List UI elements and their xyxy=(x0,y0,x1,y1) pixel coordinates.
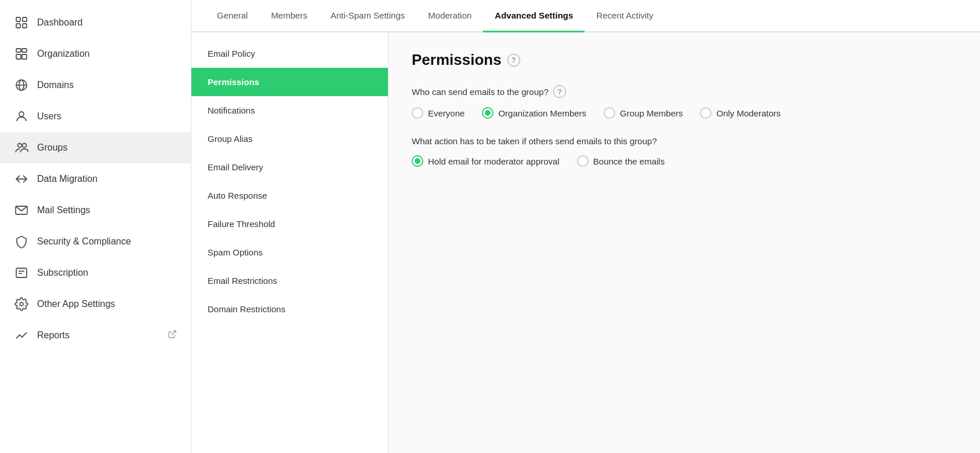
sidebar-label-other-app: Other App Settings xyxy=(37,299,177,309)
radio-label-hold-email: Hold email for moderator approval xyxy=(428,156,560,166)
svg-rect-2 xyxy=(16,24,20,28)
tab-anti-spam[interactable]: Anti-Spam Settings xyxy=(319,0,416,32)
sidebar-item-data-migration[interactable]: Data Migration xyxy=(0,163,191,195)
sidebar-item-security-compliance[interactable]: Security & Compliance xyxy=(0,226,191,257)
radio-label-everyone: Everyone xyxy=(428,108,464,118)
sidebar-label-subscription: Subscription xyxy=(37,268,177,278)
external-link-icon xyxy=(168,330,177,341)
sub-nav-email-delivery[interactable]: Email Delivery xyxy=(191,153,388,181)
radio-circle-everyone xyxy=(412,107,423,119)
sidebar-label-groups: Groups xyxy=(37,143,177,153)
radio-hold-email[interactable]: Hold email for moderator approval xyxy=(412,155,560,167)
sub-nav-domain-restrictions[interactable]: Domain Restrictions xyxy=(191,295,388,323)
sidebar-item-dashboard[interactable]: Dashboard xyxy=(0,7,191,38)
tab-moderation[interactable]: Moderation xyxy=(416,0,483,32)
sub-nav-failure-threshold[interactable]: Failure Threshold xyxy=(191,210,388,238)
sub-nav-email-restrictions[interactable]: Email Restrictions xyxy=(191,266,388,295)
section1-help-icon[interactable]: ? xyxy=(553,85,566,98)
sidebar-item-subscription[interactable]: Subscription xyxy=(0,257,191,288)
sub-nav-spam-options[interactable]: Spam Options xyxy=(191,238,388,266)
radio-circle-hold-email xyxy=(412,155,423,167)
permissions-help-icon[interactable]: ? xyxy=(507,54,520,67)
svg-rect-3 xyxy=(23,24,27,28)
sidebar-label-dashboard: Dashboard xyxy=(37,17,177,28)
svg-point-11 xyxy=(19,112,24,116)
mail-settings-icon xyxy=(14,203,29,218)
tab-advanced-settings[interactable]: Advanced Settings xyxy=(483,0,585,32)
sidebar-item-groups[interactable]: Groups xyxy=(0,132,191,163)
sub-nav-permissions[interactable]: Permissions xyxy=(191,68,388,96)
svg-rect-5 xyxy=(22,49,27,52)
sidebar-item-domains[interactable]: Domains xyxy=(0,70,191,101)
sidebar-label-domains: Domains xyxy=(37,80,177,90)
svg-point-13 xyxy=(23,144,27,148)
svg-point-18 xyxy=(20,302,23,306)
radio-label-bounce-emails: Bounce the emails xyxy=(593,156,665,166)
radio-group-members[interactable]: Group Members xyxy=(604,107,683,119)
content-title: Permissions ? xyxy=(412,51,957,69)
sub-nav-notifications[interactable]: Notifications xyxy=(191,96,388,125)
section2-radio-group: Hold email for moderator approval Bounce… xyxy=(412,155,957,167)
section-what-action: What action has to be taken if others se… xyxy=(412,136,957,167)
radio-everyone[interactable]: Everyone xyxy=(412,107,464,119)
svg-rect-15 xyxy=(16,268,27,277)
radio-circle-group-members xyxy=(604,107,615,119)
sidebar-item-organization[interactable]: Organization xyxy=(0,38,191,70)
svg-rect-6 xyxy=(16,54,21,59)
sidebar-label-reports: Reports xyxy=(37,330,159,341)
sidebar-label-organization: Organization xyxy=(37,49,177,59)
sidebar-label-mail-settings: Mail Settings xyxy=(37,205,177,215)
svg-line-19 xyxy=(172,331,176,335)
sub-nav-email-policy[interactable]: Email Policy xyxy=(191,39,388,68)
tab-members[interactable]: Members xyxy=(259,0,319,32)
sidebar-item-mail-settings[interactable]: Mail Settings xyxy=(0,195,191,226)
security-icon xyxy=(14,234,29,249)
domains-icon xyxy=(14,78,29,93)
subscription-icon xyxy=(14,265,29,280)
sidebar-label-users: Users xyxy=(37,111,177,122)
groups-icon xyxy=(14,140,29,155)
sidebar-item-users[interactable]: Users xyxy=(0,101,191,132)
radio-circle-bounce-emails xyxy=(577,155,589,167)
tab-bar: General Members Anti-Spam Settings Moder… xyxy=(191,0,980,32)
svg-rect-7 xyxy=(22,54,27,59)
main-area: General Members Anti-Spam Settings Moder… xyxy=(191,0,980,453)
radio-circle-org-members xyxy=(482,107,493,119)
reports-icon xyxy=(14,328,29,343)
permissions-title: Permissions xyxy=(412,51,502,69)
sidebar-item-other-app-settings[interactable]: Other App Settings xyxy=(0,288,191,320)
other-app-icon xyxy=(14,297,29,312)
radio-circle-only-moderators xyxy=(700,107,712,119)
data-migration-icon xyxy=(14,171,29,187)
users-icon xyxy=(14,109,29,124)
sidebar-item-reports[interactable]: Reports xyxy=(0,320,191,351)
organization-icon xyxy=(14,46,29,61)
sidebar-label-data-migration: Data Migration xyxy=(37,174,177,184)
section-who-can-send: Who can send emails to the group? ? Ever… xyxy=(412,85,957,119)
radio-org-members[interactable]: Organization Members xyxy=(482,107,586,119)
sidebar: Dashboard Organization Domains Users Gro… xyxy=(0,0,191,453)
radio-label-org-members: Organization Members xyxy=(498,108,586,118)
sub-nav: Email Policy Permissions Notifications G… xyxy=(191,32,389,453)
radio-label-only-moderators: Only Moderators xyxy=(716,108,781,118)
radio-bounce-emails[interactable]: Bounce the emails xyxy=(577,155,665,167)
tab-general[interactable]: General xyxy=(205,0,259,32)
section1-question: Who can send emails to the group? ? xyxy=(412,85,957,98)
section1-radio-group: Everyone Organization Members Group Memb… xyxy=(412,107,957,119)
svg-rect-1 xyxy=(23,17,27,21)
svg-rect-0 xyxy=(16,17,20,21)
section2-question: What action has to be taken if others se… xyxy=(412,136,957,146)
sidebar-label-security: Security & Compliance xyxy=(37,236,177,247)
dashboard-icon xyxy=(14,15,29,30)
radio-only-moderators[interactable]: Only Moderators xyxy=(700,107,781,119)
content-panel: Permissions ? Who can send emails to the… xyxy=(389,32,980,453)
inner-layout: Email Policy Permissions Notifications G… xyxy=(191,32,980,453)
sub-nav-group-alias[interactable]: Group Alias xyxy=(191,125,388,153)
sub-nav-auto-response[interactable]: Auto Response xyxy=(191,181,388,210)
svg-rect-4 xyxy=(16,49,21,52)
radio-label-group-members: Group Members xyxy=(620,108,683,118)
tab-recent-activity[interactable]: Recent Activity xyxy=(585,0,665,32)
svg-point-12 xyxy=(18,144,22,148)
